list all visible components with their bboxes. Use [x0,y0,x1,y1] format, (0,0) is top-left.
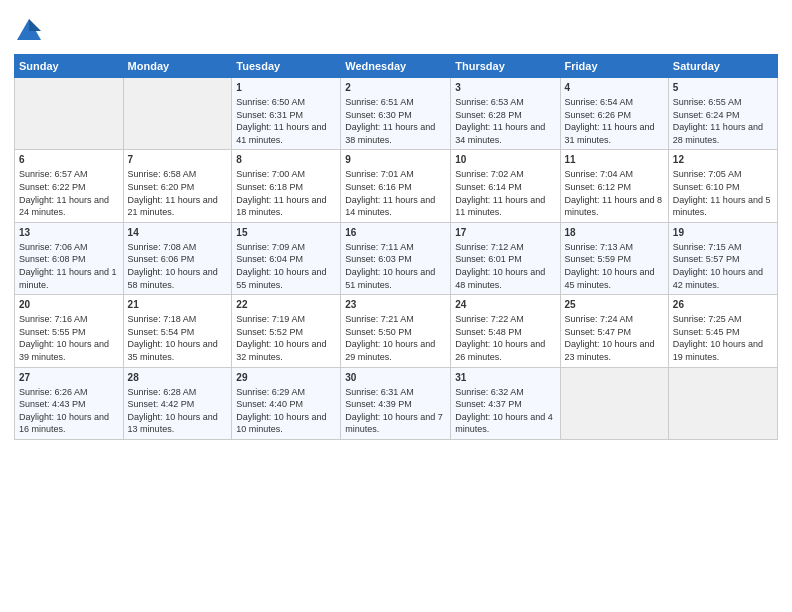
day-info: Sunset: 4:42 PM [128,398,228,411]
day-info: Sunrise: 6:28 AM [128,386,228,399]
day-cell: 21Sunrise: 7:18 AMSunset: 5:54 PMDayligh… [123,295,232,367]
day-info: Daylight: 11 hours and 21 minutes. [128,194,228,219]
day-cell: 18Sunrise: 7:13 AMSunset: 5:59 PMDayligh… [560,222,668,294]
day-number: 17 [455,226,555,240]
week-row-2: 6Sunrise: 6:57 AMSunset: 6:22 PMDaylight… [15,150,778,222]
day-info: Sunset: 5:55 PM [19,326,119,339]
day-info: Sunset: 4:43 PM [19,398,119,411]
day-cell: 7Sunrise: 6:58 AMSunset: 6:20 PMDaylight… [123,150,232,222]
day-info: Sunset: 5:50 PM [345,326,446,339]
day-cell: 12Sunrise: 7:05 AMSunset: 6:10 PMDayligh… [668,150,777,222]
day-number: 11 [565,153,664,167]
day-info: Daylight: 11 hours and 24 minutes. [19,194,119,219]
day-cell [15,78,124,150]
day-header-tuesday: Tuesday [232,55,341,78]
day-info: Sunset: 6:01 PM [455,253,555,266]
day-number: 7 [128,153,228,167]
day-number: 13 [19,226,119,240]
day-cell: 19Sunrise: 7:15 AMSunset: 5:57 PMDayligh… [668,222,777,294]
day-info: Sunset: 5:48 PM [455,326,555,339]
day-info: Sunset: 6:08 PM [19,253,119,266]
day-info: Sunset: 6:28 PM [455,109,555,122]
day-info: Daylight: 10 hours and 58 minutes. [128,266,228,291]
day-cell: 3Sunrise: 6:53 AMSunset: 6:28 PMDaylight… [451,78,560,150]
day-info: Sunrise: 6:31 AM [345,386,446,399]
header [14,10,778,46]
day-info: Daylight: 11 hours and 11 minutes. [455,194,555,219]
day-info: Daylight: 11 hours and 18 minutes. [236,194,336,219]
day-info: Sunset: 5:54 PM [128,326,228,339]
day-info: Sunrise: 6:55 AM [673,96,773,109]
day-number: 28 [128,371,228,385]
day-number: 26 [673,298,773,312]
day-info: Sunset: 6:03 PM [345,253,446,266]
day-header-thursday: Thursday [451,55,560,78]
day-info: Sunrise: 7:05 AM [673,168,773,181]
day-cell: 4Sunrise: 6:54 AMSunset: 6:26 PMDaylight… [560,78,668,150]
day-info: Sunset: 5:57 PM [673,253,773,266]
day-info: Sunrise: 7:18 AM [128,313,228,326]
day-cell: 17Sunrise: 7:12 AMSunset: 6:01 PMDayligh… [451,222,560,294]
day-info: Sunrise: 7:19 AM [236,313,336,326]
day-info: Daylight: 10 hours and 19 minutes. [673,338,773,363]
day-info: Daylight: 10 hours and 39 minutes. [19,338,119,363]
day-cell: 25Sunrise: 7:24 AMSunset: 5:47 PMDayligh… [560,295,668,367]
day-number: 22 [236,298,336,312]
day-cell: 26Sunrise: 7:25 AMSunset: 5:45 PMDayligh… [668,295,777,367]
day-header-sunday: Sunday [15,55,124,78]
day-info: Sunrise: 7:15 AM [673,241,773,254]
day-info: Daylight: 11 hours and 41 minutes. [236,121,336,146]
day-info: Sunset: 6:10 PM [673,181,773,194]
week-row-3: 13Sunrise: 7:06 AMSunset: 6:08 PMDayligh… [15,222,778,294]
day-info: Sunrise: 7:16 AM [19,313,119,326]
day-info: Daylight: 11 hours and 28 minutes. [673,121,773,146]
day-info: Sunrise: 7:11 AM [345,241,446,254]
day-cell: 2Sunrise: 6:51 AMSunset: 6:30 PMDaylight… [341,78,451,150]
day-info: Daylight: 10 hours and 32 minutes. [236,338,336,363]
day-info: Sunset: 6:31 PM [236,109,336,122]
day-cell: 20Sunrise: 7:16 AMSunset: 5:55 PMDayligh… [15,295,124,367]
day-number: 23 [345,298,446,312]
day-number: 10 [455,153,555,167]
day-header-saturday: Saturday [668,55,777,78]
day-cell: 13Sunrise: 7:06 AMSunset: 6:08 PMDayligh… [15,222,124,294]
week-row-1: 1Sunrise: 6:50 AMSunset: 6:31 PMDaylight… [15,78,778,150]
day-number: 29 [236,371,336,385]
day-cell: 31Sunrise: 6:32 AMSunset: 4:37 PMDayligh… [451,367,560,439]
day-number: 5 [673,81,773,95]
day-number: 16 [345,226,446,240]
day-number: 1 [236,81,336,95]
day-info: Daylight: 10 hours and 4 minutes. [455,411,555,436]
week-row-5: 27Sunrise: 6:26 AMSunset: 4:43 PMDayligh… [15,367,778,439]
day-info: Sunset: 6:18 PM [236,181,336,194]
day-info: Daylight: 10 hours and 23 minutes. [565,338,664,363]
day-number: 19 [673,226,773,240]
week-row-4: 20Sunrise: 7:16 AMSunset: 5:55 PMDayligh… [15,295,778,367]
day-info: Daylight: 11 hours and 8 minutes. [565,194,664,219]
day-info: Sunrise: 6:58 AM [128,168,228,181]
day-info: Daylight: 10 hours and 45 minutes. [565,266,664,291]
day-info: Sunrise: 6:32 AM [455,386,555,399]
day-cell: 9Sunrise: 7:01 AMSunset: 6:16 PMDaylight… [341,150,451,222]
day-info: Sunset: 5:45 PM [673,326,773,339]
day-info: Sunset: 6:26 PM [565,109,664,122]
day-number: 18 [565,226,664,240]
day-info: Daylight: 10 hours and 16 minutes. [19,411,119,436]
day-info: Sunset: 6:30 PM [345,109,446,122]
day-number: 30 [345,371,446,385]
day-header-friday: Friday [560,55,668,78]
day-info: Daylight: 10 hours and 29 minutes. [345,338,446,363]
day-number: 8 [236,153,336,167]
day-info: Sunset: 6:20 PM [128,181,228,194]
day-info: Daylight: 10 hours and 55 minutes. [236,266,336,291]
day-info: Sunset: 6:14 PM [455,181,555,194]
day-cell [560,367,668,439]
day-cell: 6Sunrise: 6:57 AMSunset: 6:22 PMDaylight… [15,150,124,222]
day-info: Daylight: 11 hours and 1 minute. [19,266,119,291]
day-cell: 29Sunrise: 6:29 AMSunset: 4:40 PMDayligh… [232,367,341,439]
day-info: Daylight: 11 hours and 14 minutes. [345,194,446,219]
day-info: Sunrise: 6:26 AM [19,386,119,399]
day-info: Sunset: 5:52 PM [236,326,336,339]
day-info: Daylight: 10 hours and 26 minutes. [455,338,555,363]
day-number: 20 [19,298,119,312]
